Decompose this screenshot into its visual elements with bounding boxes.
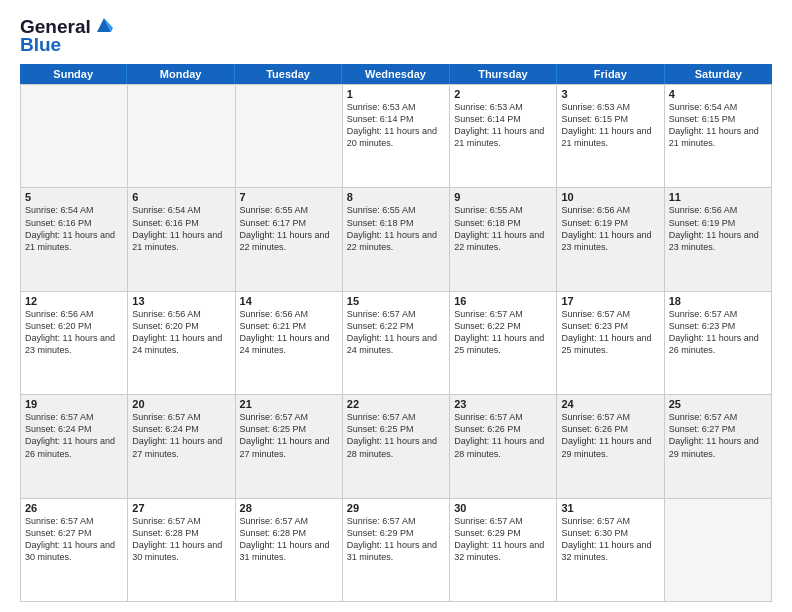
day-number: 29 bbox=[347, 502, 445, 514]
day-number: 7 bbox=[240, 191, 338, 203]
weekday-header-tuesday: Tuesday bbox=[235, 64, 342, 84]
cal-cell: 31Sunrise: 6:57 AM Sunset: 6:30 PM Dayli… bbox=[557, 499, 664, 602]
cell-info: Sunrise: 6:57 AM Sunset: 6:23 PM Dayligh… bbox=[561, 308, 659, 357]
cal-cell: 10Sunrise: 6:56 AM Sunset: 6:19 PM Dayli… bbox=[557, 188, 664, 291]
cell-info: Sunrise: 6:53 AM Sunset: 6:14 PM Dayligh… bbox=[454, 101, 552, 150]
cal-cell: 8Sunrise: 6:55 AM Sunset: 6:18 PM Daylig… bbox=[343, 188, 450, 291]
day-number: 28 bbox=[240, 502, 338, 514]
week-row-5: 26Sunrise: 6:57 AM Sunset: 6:27 PM Dayli… bbox=[21, 499, 772, 602]
weekday-header-wednesday: Wednesday bbox=[342, 64, 449, 84]
day-number: 21 bbox=[240, 398, 338, 410]
day-number: 16 bbox=[454, 295, 552, 307]
cell-info: Sunrise: 6:57 AM Sunset: 6:22 PM Dayligh… bbox=[347, 308, 445, 357]
cell-info: Sunrise: 6:57 AM Sunset: 6:27 PM Dayligh… bbox=[669, 411, 767, 460]
cal-cell: 28Sunrise: 6:57 AM Sunset: 6:28 PM Dayli… bbox=[236, 499, 343, 602]
weekday-header-sunday: Sunday bbox=[20, 64, 127, 84]
cal-cell: 21Sunrise: 6:57 AM Sunset: 6:25 PM Dayli… bbox=[236, 395, 343, 498]
cell-info: Sunrise: 6:56 AM Sunset: 6:20 PM Dayligh… bbox=[25, 308, 123, 357]
cal-cell bbox=[236, 85, 343, 188]
cal-cell: 15Sunrise: 6:57 AM Sunset: 6:22 PM Dayli… bbox=[343, 292, 450, 395]
day-number: 30 bbox=[454, 502, 552, 514]
day-number: 24 bbox=[561, 398, 659, 410]
cal-cell: 27Sunrise: 6:57 AM Sunset: 6:28 PM Dayli… bbox=[128, 499, 235, 602]
cal-cell: 7Sunrise: 6:55 AM Sunset: 6:17 PM Daylig… bbox=[236, 188, 343, 291]
cal-cell bbox=[128, 85, 235, 188]
cell-info: Sunrise: 6:57 AM Sunset: 6:29 PM Dayligh… bbox=[454, 515, 552, 564]
cal-cell bbox=[21, 85, 128, 188]
cal-cell: 16Sunrise: 6:57 AM Sunset: 6:22 PM Dayli… bbox=[450, 292, 557, 395]
day-number: 26 bbox=[25, 502, 123, 514]
calendar-header: SundayMondayTuesdayWednesdayThursdayFrid… bbox=[20, 64, 772, 84]
day-number: 13 bbox=[132, 295, 230, 307]
cal-cell: 11Sunrise: 6:56 AM Sunset: 6:19 PM Dayli… bbox=[665, 188, 772, 291]
cal-cell: 17Sunrise: 6:57 AM Sunset: 6:23 PM Dayli… bbox=[557, 292, 664, 395]
weekday-header-saturday: Saturday bbox=[665, 64, 772, 84]
cal-cell: 9Sunrise: 6:55 AM Sunset: 6:18 PM Daylig… bbox=[450, 188, 557, 291]
cell-info: Sunrise: 6:57 AM Sunset: 6:27 PM Dayligh… bbox=[25, 515, 123, 564]
cell-info: Sunrise: 6:54 AM Sunset: 6:16 PM Dayligh… bbox=[25, 204, 123, 253]
cal-cell: 18Sunrise: 6:57 AM Sunset: 6:23 PM Dayli… bbox=[665, 292, 772, 395]
weekday-header-monday: Monday bbox=[127, 64, 234, 84]
day-number: 14 bbox=[240, 295, 338, 307]
day-number: 12 bbox=[25, 295, 123, 307]
day-number: 15 bbox=[347, 295, 445, 307]
calendar-body: 1Sunrise: 6:53 AM Sunset: 6:14 PM Daylig… bbox=[20, 84, 772, 602]
cal-cell bbox=[665, 499, 772, 602]
cell-info: Sunrise: 6:57 AM Sunset: 6:26 PM Dayligh… bbox=[454, 411, 552, 460]
day-number: 10 bbox=[561, 191, 659, 203]
cal-cell: 14Sunrise: 6:56 AM Sunset: 6:21 PM Dayli… bbox=[236, 292, 343, 395]
cell-info: Sunrise: 6:56 AM Sunset: 6:21 PM Dayligh… bbox=[240, 308, 338, 357]
cell-info: Sunrise: 6:55 AM Sunset: 6:18 PM Dayligh… bbox=[454, 204, 552, 253]
week-row-2: 5Sunrise: 6:54 AM Sunset: 6:16 PM Daylig… bbox=[21, 188, 772, 291]
cell-info: Sunrise: 6:56 AM Sunset: 6:19 PM Dayligh… bbox=[669, 204, 767, 253]
cal-cell: 4Sunrise: 6:54 AM Sunset: 6:15 PM Daylig… bbox=[665, 85, 772, 188]
cell-info: Sunrise: 6:53 AM Sunset: 6:15 PM Dayligh… bbox=[561, 101, 659, 150]
cal-cell: 23Sunrise: 6:57 AM Sunset: 6:26 PM Dayli… bbox=[450, 395, 557, 498]
day-number: 17 bbox=[561, 295, 659, 307]
cell-info: Sunrise: 6:55 AM Sunset: 6:17 PM Dayligh… bbox=[240, 204, 338, 253]
weekday-header-thursday: Thursday bbox=[450, 64, 557, 84]
cell-info: Sunrise: 6:57 AM Sunset: 6:24 PM Dayligh… bbox=[25, 411, 123, 460]
day-number: 31 bbox=[561, 502, 659, 514]
logo-icon bbox=[93, 14, 115, 36]
cell-info: Sunrise: 6:56 AM Sunset: 6:20 PM Dayligh… bbox=[132, 308, 230, 357]
cal-cell: 13Sunrise: 6:56 AM Sunset: 6:20 PM Dayli… bbox=[128, 292, 235, 395]
cell-info: Sunrise: 6:57 AM Sunset: 6:23 PM Dayligh… bbox=[669, 308, 767, 357]
cell-info: Sunrise: 6:54 AM Sunset: 6:15 PM Dayligh… bbox=[669, 101, 767, 150]
cell-info: Sunrise: 6:57 AM Sunset: 6:25 PM Dayligh… bbox=[240, 411, 338, 460]
cell-info: Sunrise: 6:53 AM Sunset: 6:14 PM Dayligh… bbox=[347, 101, 445, 150]
day-number: 3 bbox=[561, 88, 659, 100]
day-number: 6 bbox=[132, 191, 230, 203]
day-number: 4 bbox=[669, 88, 767, 100]
day-number: 27 bbox=[132, 502, 230, 514]
day-number: 2 bbox=[454, 88, 552, 100]
calendar: SundayMondayTuesdayWednesdayThursdayFrid… bbox=[20, 64, 772, 602]
day-number: 8 bbox=[347, 191, 445, 203]
cal-cell: 24Sunrise: 6:57 AM Sunset: 6:26 PM Dayli… bbox=[557, 395, 664, 498]
cal-cell: 22Sunrise: 6:57 AM Sunset: 6:25 PM Dayli… bbox=[343, 395, 450, 498]
day-number: 19 bbox=[25, 398, 123, 410]
cal-cell: 3Sunrise: 6:53 AM Sunset: 6:15 PM Daylig… bbox=[557, 85, 664, 188]
week-row-3: 12Sunrise: 6:56 AM Sunset: 6:20 PM Dayli… bbox=[21, 292, 772, 395]
cal-cell: 19Sunrise: 6:57 AM Sunset: 6:24 PM Dayli… bbox=[21, 395, 128, 498]
day-number: 25 bbox=[669, 398, 767, 410]
cell-info: Sunrise: 6:57 AM Sunset: 6:24 PM Dayligh… bbox=[132, 411, 230, 460]
cell-info: Sunrise: 6:57 AM Sunset: 6:26 PM Dayligh… bbox=[561, 411, 659, 460]
day-number: 9 bbox=[454, 191, 552, 203]
day-number: 18 bbox=[669, 295, 767, 307]
cal-cell: 30Sunrise: 6:57 AM Sunset: 6:29 PM Dayli… bbox=[450, 499, 557, 602]
weekday-header-friday: Friday bbox=[557, 64, 664, 84]
page: General Blue SundayMondayTuesdayWednesda… bbox=[0, 0, 792, 612]
cal-cell: 6Sunrise: 6:54 AM Sunset: 6:16 PM Daylig… bbox=[128, 188, 235, 291]
cell-info: Sunrise: 6:57 AM Sunset: 6:28 PM Dayligh… bbox=[132, 515, 230, 564]
day-number: 1 bbox=[347, 88, 445, 100]
day-number: 20 bbox=[132, 398, 230, 410]
day-number: 22 bbox=[347, 398, 445, 410]
cell-info: Sunrise: 6:57 AM Sunset: 6:28 PM Dayligh… bbox=[240, 515, 338, 564]
header: General Blue bbox=[20, 16, 772, 56]
cal-cell: 25Sunrise: 6:57 AM Sunset: 6:27 PM Dayli… bbox=[665, 395, 772, 498]
week-row-1: 1Sunrise: 6:53 AM Sunset: 6:14 PM Daylig… bbox=[21, 85, 772, 188]
cell-info: Sunrise: 6:57 AM Sunset: 6:25 PM Dayligh… bbox=[347, 411, 445, 460]
day-number: 11 bbox=[669, 191, 767, 203]
cal-cell: 20Sunrise: 6:57 AM Sunset: 6:24 PM Dayli… bbox=[128, 395, 235, 498]
